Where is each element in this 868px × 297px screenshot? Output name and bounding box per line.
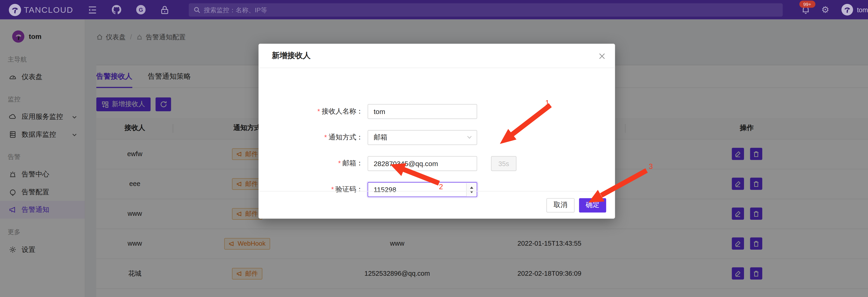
settings-gear-icon[interactable]: ⚙ [821,5,829,14]
email-input[interactable] [368,156,477,171]
top-navbar: TANCLOUD G 99+ ⚙ t [0,0,868,20]
lock-icon[interactable] [161,5,169,14]
modal-footer: 取消 确定 [258,191,615,219]
modal-header: 新增接收人 [258,44,615,68]
receiver-name-input[interactable] [368,104,477,119]
monitor-search-box[interactable] [189,3,783,16]
modal-body: *接收人名称： *通知方式： *邮箱： 35s *验证码 [258,68,615,202]
github-icon[interactable] [112,5,121,14]
search-icon [194,6,200,13]
modal-title: 新增接收人 [272,51,311,61]
confirm-button[interactable]: 确定 [579,198,606,212]
search-input[interactable] [204,6,778,13]
user-avatar [841,4,853,15]
annotation-label-3: 3 [649,162,653,170]
field-label-name: 接收人名称： [321,107,363,115]
notifications-button[interactable]: 99+ [798,0,814,20]
add-receiver-modal: 新增接收人 *接收人名称： *通知方式： *邮箱： [258,44,615,219]
step-up-icon [470,186,473,189]
send-code-countdown-button[interactable]: 35s [491,156,516,171]
notice-method-select[interactable] [368,130,477,145]
svg-text:G: G [139,7,144,13]
user-menu[interactable]: tom [837,4,868,15]
annotation-label-1: 1 [545,99,549,107]
field-label-method: 通知方式： [329,133,363,141]
cancel-button[interactable]: 取消 [547,198,575,212]
user-name: tom [857,6,868,14]
field-label-email: 邮箱： [342,159,363,167]
menu-fold-icon[interactable] [88,5,97,14]
annotation-label-2: 2 [439,183,443,191]
gitee-icon[interactable]: G [136,5,146,14]
app-root: TANCLOUD G 99+ ⚙ t [0,0,868,297]
tancloud-logo-icon [9,4,21,16]
brand-name: TANCLOUD [24,5,73,14]
close-icon[interactable] [597,51,607,61]
notification-badge: 99+ [799,0,815,8]
brand-logo[interactable]: TANCLOUD [9,4,73,16]
required-mark: * [317,107,320,115]
